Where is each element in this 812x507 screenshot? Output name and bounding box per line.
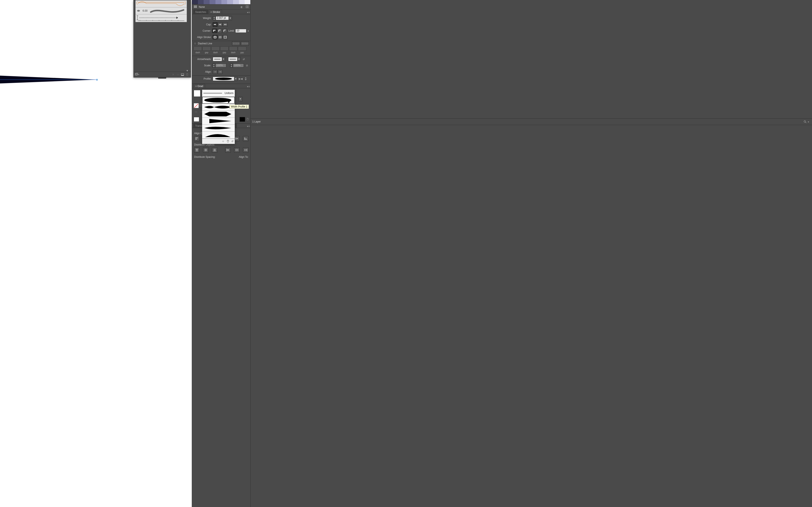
profile-option-width-1[interactable]: [202, 97, 235, 104]
align-bottom-button[interactable]: [243, 136, 248, 141]
svg-rect-35: [214, 36, 216, 38]
align-stroke-inside-button[interactable]: [218, 35, 222, 39]
profile-option-width-4[interactable]: [202, 118, 235, 125]
align-stroke-label: Align Stroke:: [194, 36, 213, 39]
dash-field-2: [211, 47, 220, 51]
svg-point-2: [137, 10, 140, 12]
scroll-down-icon[interactable]: ▾: [187, 69, 189, 71]
reset-profiles-icon[interactable]: ↺: [231, 140, 234, 143]
arrowhead-end-picker[interactable]: [228, 57, 238, 61]
dash-preserve-exact-button[interactable]: [232, 41, 240, 46]
tab-swatches[interactable]: Swatches: [193, 10, 208, 14]
web-safe-icon[interactable]: ◐: [240, 5, 244, 8]
svg-rect-80: [214, 150, 216, 150]
panel-menu-icon[interactable]: ▾≡: [246, 85, 251, 88]
cap-butt-button[interactable]: [213, 22, 217, 26]
flip-along-icon[interactable]: ▶◀: [239, 77, 243, 81]
hdist-right-button[interactable]: [243, 148, 248, 153]
swap-arrowheads-icon[interactable]: ⇄: [242, 57, 246, 61]
arrowhead-end-dropdown[interactable]: ▼: [238, 57, 241, 61]
svg-rect-54: [196, 139, 197, 139]
brush-list[interactable]: 6.00: [135, 0, 187, 22]
refresh-icon: ⟳: [195, 85, 197, 88]
cap-projecting-button[interactable]: [223, 22, 227, 26]
dash-align-corners-button[interactable]: [241, 41, 249, 46]
profile-option-width-5[interactable]: [202, 125, 235, 131]
gradient-none-swatch[interactable]: [194, 103, 199, 108]
stroke-panel: Weight: ▲▼ 2.007 pt ▼ Cap: Corner: Limit…: [192, 14, 251, 83]
svg-point-95: [204, 98, 231, 103]
brush-size-value: 6.00: [142, 9, 149, 12]
panel-menu-icon[interactable]: ▾≡: [246, 11, 251, 14]
color-none-label: None: [199, 5, 238, 8]
tab-stroke[interactable]: ⟳ Stroke: [208, 10, 222, 14]
svg-rect-75: [205, 149, 207, 149]
brush-row[interactable]: [136, 0, 187, 7]
gradient-stop-white[interactable]: [194, 117, 199, 122]
vdist-bottom-button[interactable]: [212, 148, 217, 153]
delete-profile-icon[interactable]: [227, 140, 229, 143]
svg-rect-28: [247, 6, 248, 8]
weight-field[interactable]: 2.007 pt: [216, 16, 229, 20]
align-stroke-outside-button[interactable]: [223, 35, 227, 39]
profile-option-width-3[interactable]: [202, 111, 235, 118]
svg-rect-22: [195, 5, 196, 7]
dashed-line-label: Dashed Line: [198, 42, 212, 45]
corner-round-button[interactable]: [217, 29, 222, 33]
weight-dropdown[interactable]: ▼: [229, 16, 232, 20]
dash-gap-inputs: dash gap dash gap dash gap: [194, 47, 249, 54]
gradient-type-dropdown[interactable]: ▼: [239, 97, 242, 101]
svg-rect-33: [224, 24, 226, 25]
swatch-strip[interactable]: [192, 0, 251, 4]
brush-libraries-icon[interactable]: ▾: [135, 73, 171, 76]
limit-field[interactable]: 10: [235, 29, 246, 33]
align-stroke-center-button[interactable]: [213, 35, 217, 39]
panel-resize-grip[interactable]: [158, 77, 166, 78]
width-profile-popup: Uniform ↺: [202, 90, 235, 144]
panel-menu-icon[interactable]: ▾≡: [246, 125, 251, 128]
tab-gradient[interactable]: ⟳ Grad: [193, 84, 205, 88]
arrowhead-start-picker[interactable]: [213, 57, 222, 61]
hdist-center-button[interactable]: [234, 148, 240, 153]
gradient-stroke-icon-1: ▭: [194, 110, 198, 114]
grid-view-icon[interactable]: [193, 5, 198, 9]
corner-miter-button[interactable]: [212, 29, 217, 33]
profile-picker[interactable]: [213, 77, 234, 81]
svg-rect-40: [233, 43, 239, 44]
add-profile-icon[interactable]: [221, 140, 224, 143]
vdist-top-button[interactable]: [194, 148, 200, 153]
flip-across-icon[interactable]: [244, 77, 248, 81]
align-left-button[interactable]: [194, 136, 200, 141]
brush-row[interactable]: [136, 14, 187, 21]
profile-option-width-6[interactable]: [202, 131, 235, 138]
stroke-panel-tabs: Swatches ⟳ Stroke ▾≡: [192, 10, 251, 14]
svg-rect-41: [242, 43, 248, 44]
profile-dropdown[interactable]: ▼: [234, 77, 238, 81]
gap-field-1: [202, 47, 211, 51]
new-brush-icon[interactable]: [180, 73, 185, 76]
hdist-left-button[interactable]: [225, 148, 231, 153]
svg-rect-73: [196, 151, 198, 151]
swatch-options-icon[interactable]: [245, 5, 249, 9]
arrow-align-label: Align:: [194, 70, 213, 73]
svg-rect-93: [247, 149, 247, 151]
svg-rect-26: [196, 7, 197, 8]
svg-rect-79: [214, 149, 216, 149]
corner-bevel-button[interactable]: [222, 29, 227, 33]
svg-point-32: [220, 24, 221, 25]
dashed-line-checkbox[interactable]: [194, 42, 197, 45]
gradient-stop-black[interactable]: [240, 117, 245, 122]
gradient-swatch[interactable]: [194, 90, 200, 97]
anchor-point[interactable]: [96, 79, 98, 80]
brush-tip-icon: [136, 9, 142, 13]
cap-round-button[interactable]: [218, 22, 222, 26]
brushes-footer: ▾ ✕ ▭: [134, 72, 191, 77]
profile-option-uniform[interactable]: Uniform: [202, 90, 235, 97]
vdist-center-button[interactable]: [203, 148, 208, 153]
svg-rect-24: [194, 7, 195, 8]
weight-stepper[interactable]: ▲▼: [213, 16, 216, 20]
brush-row[interactable]: 6.00: [136, 7, 187, 14]
trash-icon: [185, 73, 190, 76]
arrowhead-start-dropdown[interactable]: ▼: [222, 57, 225, 61]
weight-label: Weight:: [194, 17, 213, 20]
